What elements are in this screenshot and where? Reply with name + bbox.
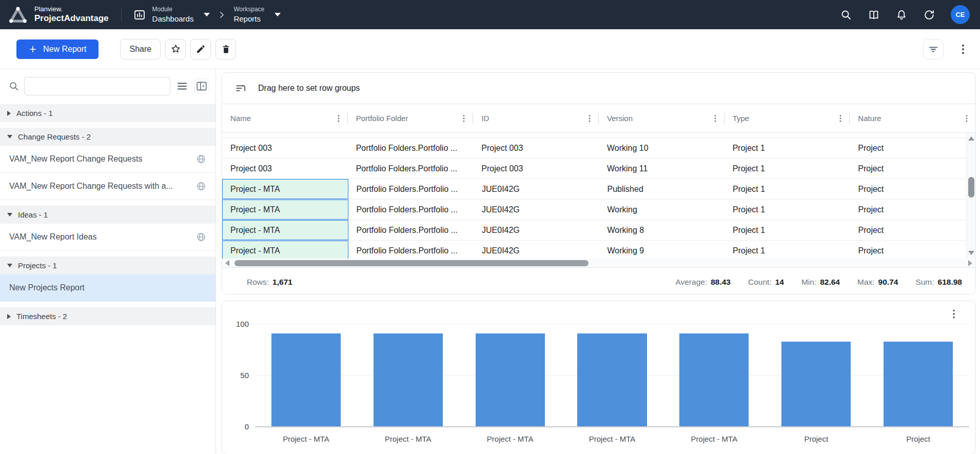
workspace-switcher[interactable]: Workspace Reports — [233, 6, 281, 24]
table-cell[interactable]: JUE0I42G — [474, 179, 599, 199]
bar-slot — [867, 324, 969, 426]
table-row[interactable]: Project - MTAPortfolio Folders.Portfolio… — [222, 241, 975, 259]
column-header-nature[interactable]: Nature — [850, 104, 975, 132]
filter-icon — [928, 44, 939, 55]
search-input[interactable] — [24, 77, 170, 95]
column-menu-button[interactable] — [836, 113, 845, 124]
table-cell[interactable]: Project - MTA — [222, 220, 348, 240]
refresh-button[interactable] — [923, 9, 935, 21]
sidebar-group-actions-1[interactable]: Actions - 1 — [0, 104, 215, 122]
rows-count-value: 1,671 — [272, 278, 292, 287]
x-axis-label: Project — [867, 435, 969, 443]
scroll-up-arrow[interactable] — [968, 136, 974, 141]
table-cell[interactable]: Project 1 — [724, 220, 850, 240]
table-row[interactable]: Project - MTAPortfolio Folders.Portfolio… — [222, 220, 975, 241]
table-cell[interactable]: Project — [850, 200, 976, 220]
scroll-left-arrow[interactable] — [225, 260, 229, 266]
table-cell[interactable]: Project 1 — [724, 159, 850, 179]
column-header-name[interactable]: Name — [222, 104, 348, 132]
table-cell[interactable]: Project - MTA — [222, 200, 348, 220]
table-cell[interactable]: JUE0I42G — [474, 241, 599, 259]
scroll-down-arrow[interactable] — [968, 251, 974, 255]
module-switcher[interactable]: Module Dashboards — [133, 6, 210, 24]
sidebar-group-change-requests-2[interactable]: Change Requests - 2 — [0, 128, 215, 146]
search-button[interactable] — [840, 9, 852, 21]
column-menu-button[interactable] — [962, 113, 971, 124]
collapse-panel-button[interactable] — [194, 78, 209, 94]
plus-icon — [29, 45, 37, 53]
table-cell[interactable]: Project — [850, 220, 976, 240]
column-header-id[interactable]: ID — [473, 104, 599, 132]
notifications-button[interactable] — [895, 9, 908, 21]
favorite-button[interactable] — [165, 39, 186, 60]
documentation-button[interactable] — [868, 9, 880, 21]
table-cell[interactable]: Project 003 — [473, 138, 599, 158]
table-cell[interactable]: Portfolio Folders.Portfolio ... — [348, 241, 474, 259]
status-aggregate: Count:14 — [748, 278, 784, 287]
table-cell[interactable]: JUE0I42G — [474, 220, 599, 240]
table-cell[interactable]: Project — [850, 241, 976, 259]
table-cell[interactable]: Project 1 — [724, 179, 850, 199]
edit-button[interactable] — [190, 39, 211, 60]
column-menu-button[interactable] — [334, 113, 343, 124]
sidebar-group-projects-1[interactable]: Projects - 1 — [0, 256, 215, 274]
table-cell[interactable]: Project — [850, 179, 976, 199]
user-avatar[interactable]: CE — [951, 5, 970, 24]
scroll-right-arrow[interactable] — [968, 260, 972, 266]
table-cell[interactable]: Project — [850, 138, 975, 158]
share-button[interactable]: Share — [120, 39, 161, 60]
column-menu-button[interactable] — [459, 113, 468, 124]
table-row[interactable]: Project 003Portfolio Folders.Portfolio .… — [222, 138, 975, 159]
table-cell[interactable]: Portfolio Folders.Portfolio ... — [348, 179, 474, 199]
table-cell[interactable]: Project 003 — [473, 159, 599, 179]
new-report-button[interactable]: New Report — [16, 40, 99, 59]
drop-zone-label: Drag here to set row groups — [258, 84, 360, 93]
column-menu-button[interactable] — [585, 113, 594, 124]
horizontal-scrollbar-thumb[interactable] — [234, 260, 589, 266]
table-row[interactable]: Project - MTAPortfolio Folders.Portfolio… — [222, 179, 975, 200]
table-cell[interactable]: Project — [850, 159, 975, 179]
sidebar-group-timesheets-2[interactable]: Timesheets - 2 — [0, 307, 215, 325]
sidebar-item-vam-new-report-change-requests-with-a[interactable]: VAM_New Report Change Requests with a... — [0, 173, 215, 200]
table-cell[interactable]: Project - MTA — [222, 179, 348, 199]
table-cell[interactable]: Working 10 — [599, 138, 724, 158]
sidebar-item-vam-new-report-ideas[interactable]: VAM_New Report Ideas — [0, 224, 215, 251]
collapse-triangle-icon — [7, 135, 12, 139]
sidebar-item-vam-new-report-change-requests[interactable]: VAM_New Report Change Requests — [0, 146, 215, 173]
table-cell[interactable]: Working — [599, 200, 725, 220]
table-cell[interactable]: Project 003 — [222, 138, 348, 158]
table-cell[interactable]: Working 8 — [599, 220, 725, 240]
table-cell[interactable]: Portfolio Folders.Portfolio ... — [348, 138, 474, 158]
globe-icon — [196, 181, 206, 191]
column-menu-button[interactable] — [711, 113, 720, 124]
nav-divider — [121, 8, 122, 22]
table-cell[interactable]: Project 1 — [724, 241, 850, 259]
table-cell[interactable]: Project 1 — [724, 138, 850, 158]
table-row[interactable]: Project - MTAPortfolio Folders.Portfolio… — [222, 200, 975, 220]
sidebar-item-new-projects-report[interactable]: New Projects Report — [0, 274, 215, 302]
table-cell[interactable]: Project 1 — [724, 200, 850, 220]
table-cell[interactable]: Portfolio Folders.Portfolio ... — [348, 159, 474, 179]
table-row[interactable]: Project 003Portfolio Folders.Portfolio .… — [222, 159, 975, 179]
table-cell[interactable]: Portfolio Folders.Portfolio ... — [348, 200, 474, 220]
delete-button[interactable] — [215, 39, 236, 60]
column-header-version[interactable]: Version — [599, 104, 724, 132]
workspace-value: Reports — [233, 14, 264, 24]
more-options-button[interactable] — [957, 43, 969, 56]
column-header-type[interactable]: Type — [724, 104, 850, 132]
table-cell[interactable]: Working 11 — [599, 159, 724, 179]
table-cell[interactable]: Project - MTA — [222, 241, 348, 259]
table-cell[interactable]: Project 003 — [222, 159, 348, 179]
row-group-drop-zone[interactable]: Drag here to set row groups — [222, 73, 975, 104]
sidebar-item-label: VAM_New Report Change Requests with a... — [9, 182, 173, 191]
list-options-button[interactable] — [175, 79, 189, 93]
column-header-portfolio-folder[interactable]: Portfolio Folder — [348, 104, 474, 132]
table-cell[interactable]: JUE0I42G — [474, 200, 599, 220]
chart-options-button[interactable] — [949, 307, 959, 321]
filter-button[interactable] — [923, 39, 944, 60]
sidebar-group-ideas-1[interactable]: Ideas - 1 — [0, 206, 215, 224]
table-cell[interactable]: Portfolio Folders.Portfolio ... — [348, 220, 474, 240]
table-cell[interactable]: Working 9 — [599, 241, 725, 259]
vertical-scrollbar-thumb[interactable] — [968, 177, 974, 198]
table-cell[interactable]: Published — [599, 179, 725, 199]
